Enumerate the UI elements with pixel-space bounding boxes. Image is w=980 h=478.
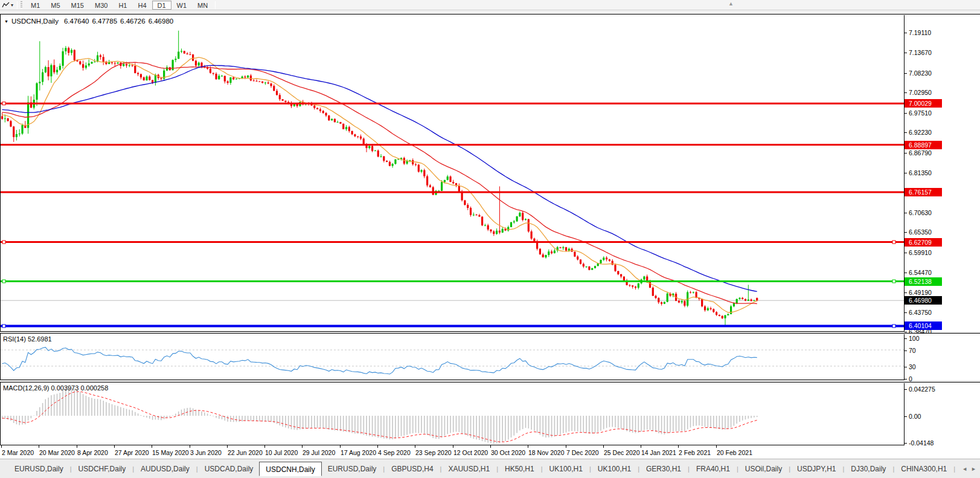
date-axis-tick (453, 445, 453, 448)
price-axis-tick: 6.59910 (905, 248, 932, 257)
macd-label: MACD(12,26,9) 0.003973 0.000258 (3, 384, 108, 392)
date-axis-tick (39, 445, 39, 448)
tab-scroll-controls: ◄ ► (958, 459, 980, 478)
date-axis-label: 15 May 2020 (152, 449, 189, 456)
chart-tab-bar: EURUSD,Daily|USDCHF,Daily|AUDUSD,Daily|U… (0, 459, 980, 478)
timeframe-button-h4[interactable]: H4 (132, 1, 152, 10)
open-value: 6.47640 (64, 18, 89, 25)
timeframe-button-m1[interactable]: M1 (25, 1, 45, 10)
level-drag-handle[interactable] (2, 241, 5, 244)
timeframe-button-d1[interactable]: D1 (152, 1, 171, 10)
date-axis-label: 12 Oct 2020 (453, 449, 488, 456)
price-axis-tick: 7.19110 (905, 28, 931, 37)
chart-tab-usoil-daily[interactable]: USOil,Daily (739, 462, 788, 476)
chart-tab-hk50-h1[interactable]: HK50,H1 (499, 462, 540, 476)
rsi-axis-tick: 30 (905, 363, 916, 371)
price-axis-tick: 6.43750 (905, 308, 932, 317)
price-axis-tick: 6.54470 (905, 268, 932, 277)
level-drag-handle[interactable] (892, 241, 895, 244)
rsi-panel: RSI(14) 52.6981 10070300 (0, 333, 980, 380)
chart-tab-fra40-h1[interactable]: FRA40,H1 (690, 462, 736, 476)
price-axis-tick: 7.02950 (905, 88, 932, 97)
date-axis-tick (302, 445, 303, 448)
chart-tab-usdcnh-daily[interactable]: USDCNH,Daily (259, 462, 321, 476)
tab-scroll-left-button[interactable]: ◄ (962, 466, 967, 472)
date-axis-tick (227, 445, 228, 448)
date-axis-tick (716, 445, 717, 448)
level-drag-handle[interactable] (892, 280, 895, 283)
date-axis-tick (264, 445, 265, 448)
date-axis-tick (490, 445, 491, 448)
date-axis-label: 20 Mar 2020 (39, 449, 75, 456)
chart-tab-usdjpy-h1[interactable]: USDJPY,H1 (791, 462, 842, 476)
chart-tab-uk100-h1[interactable]: UK100,H1 (543, 462, 589, 476)
date-axis-tick (377, 445, 378, 448)
rsi-axis-tick: 100 (905, 334, 920, 343)
dropdown-caret-icon[interactable]: ▾ (11, 2, 13, 8)
chart-tab-ger30-h1[interactable]: GER30,H1 (640, 462, 687, 476)
moving-averages-layer (2, 57, 757, 312)
horizontal-levels-layer[interactable] (1, 102, 904, 328)
toolbar-separator (17, 1, 18, 9)
chart-tab-dj30-daily[interactable]: DJ30,Daily (845, 462, 892, 476)
chart-tools-icon[interactable] (2, 1, 10, 9)
timeframe-button-m5[interactable]: M5 (45, 1, 65, 10)
mt4-window: ▾ M1M5M15M30H1H4D1W1MN ▲ ▼USDCNH,Daily6.… (0, 0, 980, 478)
date-axis[interactable]: 2 Mar 202020 Mar 20208 Apr 202027 Apr 20… (0, 445, 980, 459)
timeframe-toolbar: ▾ M1M5M15M30H1H4D1W1MN ▲ (0, 0, 980, 10)
toolbar-grip-handle[interactable] (21, 1, 22, 8)
rsi-label: RSI(14) 52.6981 (3, 335, 52, 343)
date-axis-tick (152, 445, 152, 448)
date-axis-label: 25 Dec 2020 (604, 449, 640, 456)
price-axis[interactable]: 7.191107.136707.082307.029506.975106.922… (904, 15, 980, 332)
price-axis-tick: 6.49190 (905, 288, 932, 297)
chart-tab-usdchf-daily[interactable]: USDCHF,Daily (72, 462, 132, 476)
date-axis-tick (641, 445, 641, 448)
level-drag-handle[interactable] (2, 325, 5, 328)
price-axis-tick: 7.13670 (905, 48, 932, 57)
chart-tab-uk100-h1[interactable]: UK100,H1 (592, 462, 637, 476)
date-axis-label: 8 Apr 2020 (77, 449, 108, 456)
date-axis-tick (340, 445, 341, 448)
chart-tab-eurusd-daily[interactable]: EURUSD,Daily (322, 462, 383, 476)
date-axis-label: 23 Sep 2020 (415, 449, 452, 456)
chart-tab-audusd-daily[interactable]: AUDUSD,Daily (135, 462, 196, 476)
chart-tabs: EURUSD,Daily|USDCHF,Daily|AUDUSD,Daily|U… (0, 459, 958, 478)
level-drag-handle[interactable] (2, 280, 5, 283)
macd-canvas[interactable]: MACD(12,26,9) 0.003973 0.000258 (1, 383, 904, 445)
level-drag-handle[interactable] (2, 102, 5, 105)
date-axis-label: 30 Oct 2020 (491, 449, 525, 456)
price-chart-canvas[interactable]: ▼USDCNH,Daily6.476406.477856.467266.4698… (1, 15, 904, 332)
symbol-caret-icon[interactable]: ▼ (4, 19, 8, 24)
level-price-badge: 6.52138 (905, 277, 942, 286)
date-axis-tick (603, 445, 604, 448)
price-axis-tick: 6.65350 (905, 228, 932, 236)
chart-tab-eurusd-daily[interactable]: EURUSD,Daily (8, 462, 69, 476)
timeframe-button-m15[interactable]: M15 (66, 1, 89, 10)
date-axis-label: 22 Jun 2020 (228, 449, 263, 456)
chart-tab-usdcad-daily[interactable]: USDCAD,Daily (199, 462, 260, 476)
chart-symbol-label: USDCNH,Daily (11, 18, 59, 25)
chart-tab-gbpusd-h4[interactable]: GBPUSD,H4 (385, 462, 439, 476)
level-drag-handle[interactable] (892, 325, 895, 328)
date-axis-tick (566, 445, 566, 448)
timeframe-button-mn[interactable]: MN (192, 1, 213, 10)
high-value: 6.47785 (92, 18, 117, 25)
rsi-canvas[interactable]: RSI(14) 52.6981 (1, 334, 904, 380)
date-axis-label: 2 Mar 2020 (2, 449, 34, 456)
date-axis-label: 14 Jan 2021 (641, 449, 676, 456)
date-axis-tick (190, 445, 190, 448)
timeframe-buttons: M1M5M15M30H1H4D1W1MN (25, 0, 213, 10)
chart-scroll-marker-icon: ▲ (728, 1, 734, 7)
tab-scroll-right-button[interactable]: ► (971, 466, 976, 472)
timeframe-button-h1[interactable]: H1 (113, 1, 132, 10)
chart-tab-china300-h1[interactable]: CHINA300,H1 (895, 462, 953, 476)
rsi-axis: 10070300 (904, 334, 980, 380)
price-axis-tick: 6.81350 (905, 169, 932, 177)
timeframe-button-w1[interactable]: W1 (171, 1, 193, 10)
date-axis-label: 2 Feb 2021 (679, 449, 711, 456)
chart-tab-xauusd-h1[interactable]: XAUUSD,H1 (442, 462, 496, 476)
date-axis-tick (114, 445, 115, 448)
timeframe-button-m30[interactable]: M30 (89, 1, 113, 10)
date-axis-label: 29 Jul 2020 (303, 449, 335, 456)
